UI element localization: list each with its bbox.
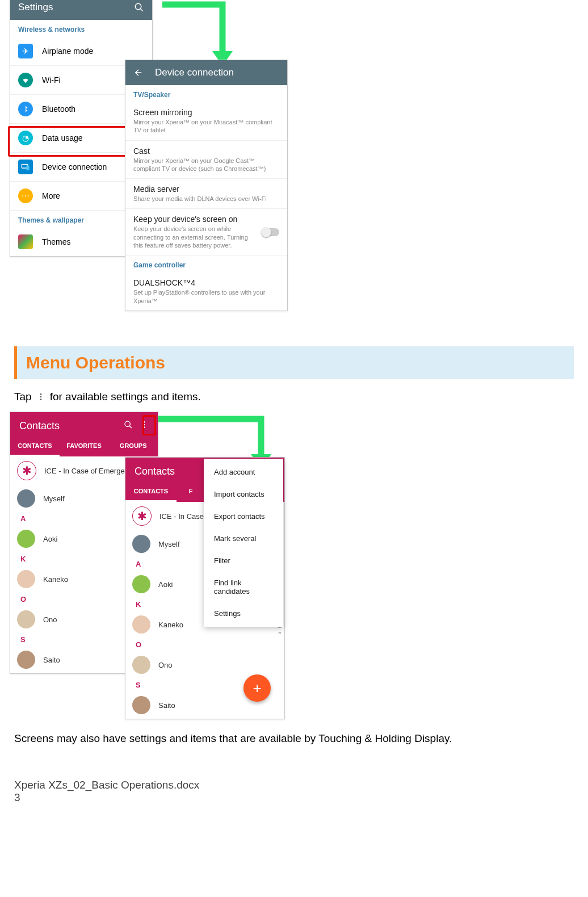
row-subtitle: Set up PlayStation® controllers to use w… — [133, 288, 279, 305]
row-title: Keep your device's screen on — [133, 215, 257, 224]
contact-name: Myself — [43, 494, 65, 503]
device-conn-title: Device connection — [155, 67, 234, 78]
contact-name: Myself — [158, 540, 180, 548]
svg-point-6 — [40, 399, 41, 400]
row-subtitle: Share your media with DLNA devices over … — [133, 195, 279, 203]
row-subtitle: Keep your device's screen on while conne… — [133, 225, 257, 249]
more-icon: ⋯ — [18, 188, 33, 203]
row-label: More — [42, 191, 60, 200]
section-tv-speaker: TV/Speaker — [125, 85, 287, 102]
contact-name: ICE - In Case of Emergency — [44, 467, 136, 475]
tab-contacts[interactable]: CONTACTS — [125, 482, 177, 502]
svg-point-0 — [135, 3, 141, 10]
section-wireless: Wireless & networks — [10, 20, 152, 37]
row-label: Bluetooth — [42, 104, 75, 114]
row-screen-mirroring[interactable]: Screen mirroring Mirror your Xperia™ on … — [125, 102, 287, 141]
section-heading: Menu Operations — [14, 346, 574, 379]
device-connection-screen: Device connection TV/Speaker Screen mirr… — [125, 60, 288, 311]
contact-name: ICE - In Case — [159, 512, 204, 521]
device-connection-icon — [18, 160, 33, 174]
row-subtitle: Mirror your Xperia™ on your Miracast™ co… — [133, 118, 279, 135]
avatar-icon — [17, 530, 35, 548]
search-icon[interactable] — [124, 420, 133, 432]
tab-contacts[interactable]: CONTACTS — [10, 437, 60, 456]
svg-point-5 — [40, 396, 41, 398]
footer-page-number: 3 — [14, 791, 574, 804]
menu-item-settings[interactable]: Settings — [204, 602, 283, 624]
add-contact-fab[interactable]: + — [243, 674, 271, 702]
footer-filename: Xperia XZs_02_Basic Operations.docx — [14, 779, 574, 791]
row-cast[interactable]: Cast Mirror your Xperia™ on your Google … — [125, 141, 287, 179]
avatar-icon — [17, 651, 35, 669]
avatar-icon — [132, 615, 150, 634]
overflow-menu-popup: Add account Import contacts Export conta… — [204, 459, 283, 627]
list-header-o: O — [125, 638, 284, 651]
contacts-titlebar: Contacts — [10, 412, 158, 437]
page-footer: Xperia XZs_02_Basic Operations.docx 3 — [14, 779, 574, 804]
svg-line-8 — [129, 426, 132, 428]
row-title: Screen mirroring — [133, 108, 279, 117]
menu-item-import[interactable]: Import contacts — [204, 483, 283, 505]
device-conn-titlebar: Device connection — [125, 60, 287, 85]
contacts-screen-menu: Contacts CONTACTS F ✱ ICE - In Case Myse… — [125, 457, 285, 719]
menu-item-export[interactable]: Export contacts — [204, 505, 283, 527]
contacts-tabs: CONTACTS FAVORITES GROUPS — [10, 437, 158, 456]
avatar-icon — [17, 570, 35, 588]
row-title: Media server — [133, 185, 279, 194]
contact-name: Ono — [158, 661, 173, 669]
avatar-icon — [17, 610, 35, 628]
section-game-controller: Game controller — [125, 255, 287, 273]
menu-item-filter[interactable]: Filter — [204, 550, 283, 572]
contact-name: Kaneko — [43, 575, 68, 584]
heading-text: Menu Operations — [26, 353, 565, 372]
row-label: Device connection — [42, 162, 107, 171]
avatar-icon — [132, 656, 150, 674]
overflow-menu-icon — [35, 391, 47, 403]
instruction-text: Tap for available settings and items. — [14, 391, 574, 403]
asterisk-icon: ✱ — [132, 506, 152, 526]
contact-name: Aoki — [43, 535, 57, 543]
highlight-box — [142, 415, 156, 435]
svg-point-7 — [125, 421, 130, 426]
airplane-icon: ✈ — [18, 44, 33, 58]
contact-name: Saito — [43, 656, 60, 664]
note-text: Screens may also have settings and items… — [14, 732, 574, 745]
row-label: Wi-Fi — [42, 76, 61, 85]
settings-titlebar: Settings — [10, 0, 152, 20]
row-dualshock4[interactable]: DUALSHOCK™4 Set up PlayStation® controll… — [125, 273, 287, 311]
contact-name: Kaneko — [158, 621, 183, 629]
tab-groups[interactable]: GROUPS — [108, 437, 158, 456]
avatar-icon — [132, 535, 150, 553]
contacts-title-text: Contacts — [135, 466, 175, 477]
settings-title: Settings — [18, 2, 53, 13]
svg-point-4 — [40, 393, 41, 395]
avatar-icon — [132, 696, 150, 714]
toggle-switch[interactable] — [262, 228, 279, 236]
contacts-title-text: Contacts — [19, 420, 60, 432]
contact-name: Aoki — [158, 580, 173, 589]
wifi-icon — [18, 73, 33, 87]
search-icon[interactable] — [134, 2, 144, 12]
menu-item-find-link[interactable]: Find link candidates — [204, 572, 283, 602]
row-keep-screen-on[interactable]: Keep your device's screen on Keep your d… — [125, 209, 287, 255]
row-title: DUALSHOCK™4 — [133, 278, 279, 287]
asterisk-icon: ✱ — [17, 461, 36, 480]
avatar-icon — [17, 489, 35, 508]
avatar-icon — [132, 575, 150, 593]
row-label: Airplane mode — [42, 47, 93, 56]
menu-item-add-account[interactable]: Add account — [204, 461, 283, 483]
tab-favorites-partial[interactable]: F — [177, 482, 205, 502]
row-subtitle: Mirror your Xperia™ on your Google Cast™… — [133, 157, 279, 173]
svg-line-1 — [140, 9, 143, 11]
svg-rect-3 — [26, 166, 29, 170]
contact-name: Saito — [158, 701, 175, 710]
contact-name: Ono — [43, 615, 57, 624]
tab-favorites[interactable]: FAVORITES — [60, 437, 109, 456]
themes-icon — [18, 234, 33, 249]
menu-item-mark-several[interactable]: Mark several — [204, 527, 283, 550]
back-icon[interactable] — [133, 68, 144, 78]
row-label: Themes — [42, 237, 71, 246]
row-title: Cast — [133, 146, 279, 156]
row-media-server[interactable]: Media server Share your media with DLNA … — [125, 179, 287, 209]
bluetooth-icon — [18, 102, 33, 116]
